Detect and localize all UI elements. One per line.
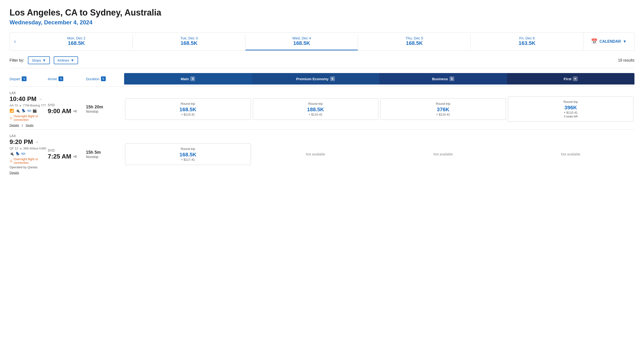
first-price-col: Not available [507,152,635,156]
depart-airport: LAX [10,91,48,95]
arrive-label: Arrive [48,77,57,81]
prev-date-arrow[interactable]: ‹ [10,33,20,50]
results-count: 19 results [618,58,634,62]
business-price-col: Not available [379,152,507,156]
first-cabin-header[interactable]: First ▼ [507,73,635,84]
date-label: Wed, Dec 4 [292,36,311,40]
price-amount: 168.5K [128,152,248,158]
airlines-dropdown-icon: ▼ [71,58,74,62]
wifi-icon: 📶 [10,108,14,113]
amenity-icons: 🔌💺🍽 [10,152,48,156]
price-fee: + $110.41 [383,113,503,116]
date-nav-item[interactable]: Thu, Dec 5 168.5K [358,33,470,50]
arrive-time: 7:25 AM+2 [48,153,86,160]
operated-by: Operated by Qantas [10,166,48,169]
duration-text: 15h 5m [86,150,124,155]
entertainment-icon: 🎬 [32,108,37,113]
flights-list: LAX 10:40 PM → AA 73 77W-Boeing 777 📶🔌💺🍽… [10,86,634,177]
date-price: 168.5K [68,40,85,46]
flight-link-seats[interactable]: Seats [26,124,34,127]
first-price-card[interactable]: Round trip 396K + $110.41 3 seats left [508,96,634,122]
depart-time: 9:20 PM → [10,138,48,146]
business-cabin-header[interactable]: Business ⇅ [379,73,507,84]
price-label: Round trip [256,102,376,106]
business-not-available: Not available [379,152,507,156]
warn-icon: ⚠ [10,116,13,120]
airlines-label: Airlines [58,58,69,62]
dot [20,105,21,106]
business-label: Business [432,77,448,81]
premium-cabin-header[interactable]: Premium Economy ⇅ [252,73,380,84]
amenity-icons: 📶🔌💺🍽🎬 [10,108,48,113]
date-nav-items: Mon, Dec 2 168.5K Tue, Dec 3 168.5K Wed,… [20,33,583,50]
main-price-col: Round trip 168.5K + $110.41 [124,98,252,121]
overnight-text: Overnight flight or connection [14,157,48,164]
premium-sort-icon: ⇅ [330,76,335,81]
seat-icon: 💺 [16,152,20,156]
price-fee: + $110.41 [128,113,248,116]
date-price: 163.5K [518,40,536,46]
premium-price-col: Round trip 188.5K + $110.41 [252,98,380,121]
duration-col: 15h 20m Nonstop [86,104,124,114]
column-headers: Depart ⇅ Arrive ⇅ Duration ⇅ Main ⇅ Prem… [10,73,634,84]
date-nav-item[interactable]: Fri, Dec 6 163.5K [471,33,583,50]
arrive-airport: SYD [48,103,86,107]
price-amount: 168.5K [128,106,248,113]
price-fee: + $110.41 [256,113,376,116]
calendar-button[interactable]: 📅 CALENDAR ▼ [583,33,634,50]
duration-label: Duration [86,77,100,81]
date-label: Thu, Dec 5 [406,36,423,40]
main-price-card[interactable]: Round trip 168.5K + $117.41 [125,144,251,165]
premium-price-col: Not available [252,152,380,156]
arrive-sort[interactable]: Arrive ⇅ [48,76,86,81]
premium-price-card[interactable]: Round trip 188.5K + $110.41 [253,98,378,120]
premium-label: Premium Economy [296,77,329,81]
price-label: Round trip [383,102,503,106]
filter-bar: Filter by: Stops ▼ Airlines ▼ 19 results [10,56,634,68]
arrive-col: SYD 9:00 AM+2 [48,103,86,115]
price-amount: 396K [511,104,631,111]
depart-col: LAX 10:40 PM → AA 73 77W-Boeing 777 📶🔌💺🍽… [10,91,48,127]
business-sort-icon: ⇅ [450,76,454,81]
flight-meta: QF 12 388-Airbus A380 [10,146,48,150]
depart-label: Depart [10,77,20,81]
stops-dropdown-icon: ▼ [42,58,46,62]
overnight-text: Overnight flight or connection [14,114,48,122]
stops-label: Stops [32,58,41,62]
depart-airport: LAX [10,134,48,138]
business-price-card[interactable]: Round trip 376K + $110.41 [380,98,506,120]
arrow-icon: → [35,140,39,144]
date-price: 168.5K [406,40,423,46]
date-nav-item[interactable]: Tue, Dec 3 168.5K [133,33,245,50]
date-price: 168.5K [293,40,310,46]
airlines-filter[interactable]: Airlines ▼ [54,56,78,64]
food-icon: 🍽 [28,108,31,113]
date-label: Mon, Dec 2 [67,36,86,40]
date-nav-item[interactable]: Mon, Dec 2 168.5K [20,33,132,50]
duration-sort[interactable]: Duration ⇅ [86,76,124,81]
price-fee: + $110.41 [511,111,631,114]
flight-links: Details [10,171,48,174]
date-price: 168.5K [180,40,198,46]
flight-link-details[interactable]: Details [10,171,19,174]
main-price-card[interactable]: Round trip 168.5K + $110.41 [125,98,251,120]
price-amount: 188.5K [256,106,376,113]
calendar-dropdown-icon: ▼ [623,40,626,44]
depart-sort[interactable]: Depart ⇅ [10,76,48,81]
stops-filter[interactable]: Stops ▼ [28,56,50,64]
food-icon: 🍽 [22,152,25,156]
depart-sort-icon: ⇅ [22,76,26,81]
first-price-col: Round trip 396K + $110.41 3 seats left [507,96,635,123]
arrive-sort-icon: ⇅ [58,76,63,81]
flight-link-details[interactable]: Details [10,124,19,127]
price-amount: 376K [383,106,503,113]
arrive-time: 9:00 AM+2 [48,108,86,115]
arrive-airport: SYD [48,148,86,152]
date-nav-item[interactable]: Wed, Dec 4 168.5K [246,33,358,50]
main-cabin-header[interactable]: Main ⇅ [124,73,252,84]
flight-row: LAX 9:20 PM → QF 12 388-Airbus A380 🔌💺🍽 … [10,130,634,177]
page-title: Los Angeles, CA to Sydney, Australia [10,8,634,18]
calendar-label: CALENDAR [599,40,621,44]
premium-not-available: Not available [252,152,380,156]
arrive-offset: +2 [73,155,77,158]
